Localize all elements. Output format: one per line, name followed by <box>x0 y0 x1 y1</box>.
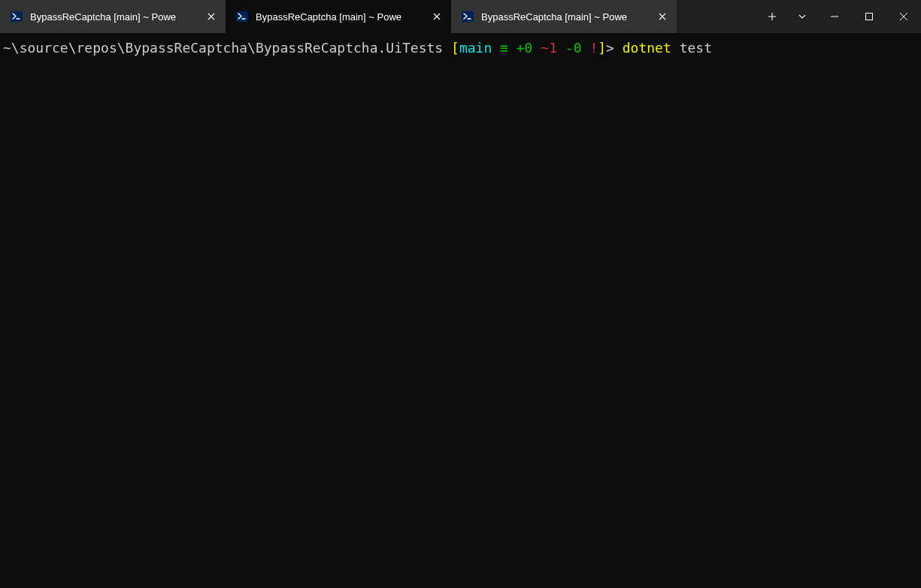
titlebar-actions <box>757 0 817 33</box>
plus-icon <box>768 12 777 21</box>
window-controls <box>817 0 921 33</box>
bracket-close: ] <box>598 40 606 56</box>
close-window-button[interactable] <box>886 0 921 33</box>
prompt-line: ~\source\repos\BypassReCaptcha\BypassReC… <box>3 39 918 57</box>
tab-0[interactable]: BypassReCaptcha [main] ~ Powe <box>0 0 226 33</box>
terminal-body[interactable]: ~\source\repos\BypassReCaptcha\BypassReC… <box>0 33 921 63</box>
svg-rect-2 <box>236 11 248 22</box>
svg-rect-0 <box>11 11 23 22</box>
minimize-icon <box>831 13 838 20</box>
minimize-button[interactable] <box>817 0 852 33</box>
chevron-down-icon <box>798 12 807 21</box>
tab-close-button[interactable] <box>656 10 669 23</box>
svg-rect-4 <box>462 11 474 22</box>
tab-close-button[interactable] <box>430 10 444 23</box>
git-modified: ~1 <box>541 40 557 56</box>
tab-title: BypassReCaptcha [main] ~ Powe <box>481 11 648 23</box>
tab-2[interactable]: BypassReCaptcha [main] ~ Powe <box>451 0 677 33</box>
close-icon <box>900 13 907 20</box>
git-untracked: ! <box>589 40 598 56</box>
svg-rect-7 <box>866 14 873 20</box>
powershell-icon <box>236 11 248 23</box>
new-tab-button[interactable] <box>757 0 787 33</box>
command: dotnet <box>623 40 671 56</box>
tab-1[interactable]: BypassReCaptcha [main] ~ Powe <box>226 0 451 33</box>
git-branch: main <box>459 40 492 56</box>
tab-strip: BypassReCaptcha [main] ~ Powe BypassReCa… <box>0 0 757 33</box>
git-equiv: ≡ <box>500 40 508 56</box>
bracket-open: [ <box>451 40 459 56</box>
tab-close-button[interactable] <box>204 10 218 23</box>
prompt-char: > <box>606 40 614 56</box>
powershell-icon <box>462 11 474 23</box>
maximize-button[interactable] <box>852 0 886 33</box>
maximize-icon <box>865 13 873 20</box>
git-deleted: -0 <box>565 40 582 56</box>
command-arg: test <box>680 40 712 56</box>
tab-title: BypassReCaptcha [main] ~ Powe <box>30 11 197 23</box>
tab-title: BypassReCaptcha [main] ~ Powe <box>256 11 423 23</box>
titlebar: BypassReCaptcha [main] ~ Powe BypassReCa… <box>0 0 921 33</box>
git-ahead: +0 <box>517 40 533 56</box>
prompt-path: ~\source\repos\BypassReCaptcha\BypassReC… <box>3 40 443 56</box>
powershell-icon <box>11 11 23 23</box>
tab-dropdown-button[interactable] <box>787 0 817 33</box>
